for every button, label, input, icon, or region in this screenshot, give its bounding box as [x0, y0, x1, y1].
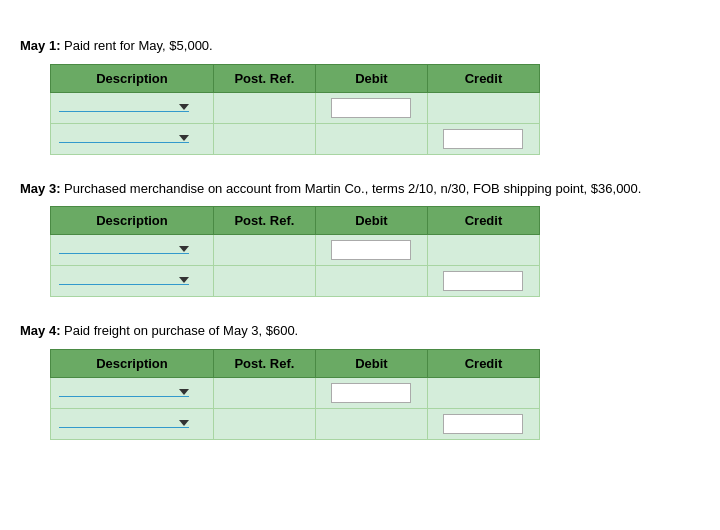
- row2-desc-cell-1: [51, 123, 214, 154]
- row2-desc-cell-2: [51, 266, 214, 297]
- col-header-post.-ref.: Post. Ref.: [214, 349, 316, 377]
- row2-credit-cell-3: [427, 408, 539, 439]
- row1-dropdown-arrow-3[interactable]: [179, 389, 189, 395]
- row1-debit-cell-1: [315, 92, 427, 123]
- table-row: [51, 408, 540, 439]
- col-header-credit: Credit: [427, 349, 539, 377]
- table-row: [51, 235, 540, 266]
- row1-debit-input-1[interactable]: [331, 98, 411, 118]
- row1-desc-cell-1: [51, 92, 214, 123]
- row2-debit-cell-3: [315, 408, 427, 439]
- row2-debit-cell-2: [315, 266, 427, 297]
- row2-postref-cell-1: [214, 123, 316, 154]
- row1-credit-cell-2: [427, 235, 539, 266]
- col-header-post.-ref.: Post. Ref.: [214, 64, 316, 92]
- row2-postref-cell-2: [214, 266, 316, 297]
- row1-debit-cell-3: [315, 377, 427, 408]
- row2-postref-cell-3: [214, 408, 316, 439]
- row1-desc-cell-3: [51, 377, 214, 408]
- row1-debit-input-3[interactable]: [331, 383, 411, 403]
- row1-postref-cell-2: [214, 235, 316, 266]
- row1-desc-cell-2: [51, 235, 214, 266]
- row2-credit-input-1[interactable]: [443, 129, 523, 149]
- col-header-description: Description: [51, 207, 214, 235]
- row1-dropdown-arrow-1[interactable]: [179, 104, 189, 110]
- row1-postref-cell-3: [214, 377, 316, 408]
- journal-table-3: DescriptionPost. Ref.DebitCredit: [50, 349, 540, 440]
- journal-table-2: DescriptionPost. Ref.DebitCredit: [50, 206, 540, 297]
- entry-block-1: May 1: Paid rent for May, $5,000.Descrip…: [20, 36, 700, 155]
- entry-block-2: May 3: Purchased merchandise on account …: [20, 179, 700, 298]
- row2-credit-cell-1: [427, 123, 539, 154]
- row1-postref-cell-1: [214, 92, 316, 123]
- row2-dropdown-arrow-1[interactable]: [179, 135, 189, 141]
- table-row: [51, 266, 540, 297]
- entry-label-2: May 3: Purchased merchandise on account …: [20, 179, 700, 199]
- row2-dropdown-arrow-3[interactable]: [179, 420, 189, 426]
- row2-dropdown-arrow-2[interactable]: [179, 277, 189, 283]
- col-header-credit: Credit: [427, 207, 539, 235]
- row1-dropdown-arrow-2[interactable]: [179, 246, 189, 252]
- col-header-description: Description: [51, 64, 214, 92]
- journal-table-1: DescriptionPost. Ref.DebitCredit: [50, 64, 540, 155]
- col-header-debit: Debit: [315, 64, 427, 92]
- row2-credit-input-2[interactable]: [443, 271, 523, 291]
- col-header-debit: Debit: [315, 207, 427, 235]
- col-header-credit: Credit: [427, 64, 539, 92]
- row1-debit-input-2[interactable]: [331, 240, 411, 260]
- row1-credit-cell-3: [427, 377, 539, 408]
- row1-debit-cell-2: [315, 235, 427, 266]
- row2-credit-input-3[interactable]: [443, 414, 523, 434]
- table-row: [51, 377, 540, 408]
- col-header-post.-ref.: Post. Ref.: [214, 207, 316, 235]
- row2-credit-cell-2: [427, 266, 539, 297]
- table-row: [51, 123, 540, 154]
- table-row: [51, 92, 540, 123]
- entry-label-1: May 1: Paid rent for May, $5,000.: [20, 36, 700, 56]
- row2-desc-cell-3: [51, 408, 214, 439]
- entry-label-3: May 4: Paid freight on purchase of May 3…: [20, 321, 700, 341]
- row1-credit-cell-1: [427, 92, 539, 123]
- col-header-debit: Debit: [315, 349, 427, 377]
- col-header-description: Description: [51, 349, 214, 377]
- entry-block-3: May 4: Paid freight on purchase of May 3…: [20, 321, 700, 440]
- row2-debit-cell-1: [315, 123, 427, 154]
